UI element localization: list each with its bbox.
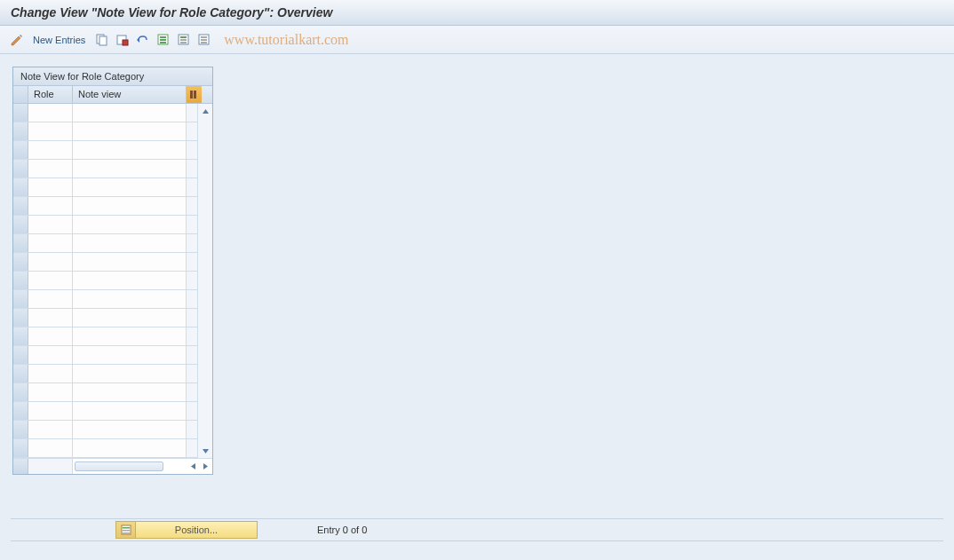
cell-role[interactable] xyxy=(28,104,73,122)
cell-role[interactable] xyxy=(28,290,73,308)
table-row xyxy=(13,421,212,439)
svg-rect-13 xyxy=(201,36,207,38)
cell-note-view[interactable] xyxy=(73,104,187,122)
watermark-text: www.tutorialkart.com xyxy=(224,32,348,48)
row-selector[interactable] xyxy=(13,104,28,122)
cell-note-view[interactable] xyxy=(73,122,187,140)
row-selector[interactable] xyxy=(13,365,28,383)
change-display-icon[interactable] xyxy=(9,32,24,47)
cell-role[interactable] xyxy=(28,160,73,177)
svg-rect-1 xyxy=(99,36,107,45)
cell-note-view[interactable] xyxy=(73,309,187,327)
copy-as-icon[interactable] xyxy=(94,32,109,47)
cell-note-view[interactable] xyxy=(73,290,187,308)
table-settings-icon[interactable] xyxy=(187,86,202,103)
cell-role[interactable] xyxy=(28,197,73,215)
horizontal-scrollbar[interactable] xyxy=(73,459,212,474)
table-row xyxy=(13,104,212,122)
delete-icon[interactable] xyxy=(115,32,130,47)
cell-role[interactable] xyxy=(28,421,73,438)
cell-role[interactable] xyxy=(28,216,73,233)
cell-role[interactable] xyxy=(28,122,73,140)
row-selector[interactable] xyxy=(13,346,28,364)
table-row xyxy=(13,197,212,216)
row-selector[interactable] xyxy=(13,253,28,271)
column-header-role[interactable]: Role xyxy=(28,86,73,103)
cell-role[interactable] xyxy=(28,309,73,327)
cell-note-view[interactable] xyxy=(73,346,187,364)
new-entries-button[interactable]: New Entries xyxy=(29,33,89,47)
position-label: Position... xyxy=(136,525,257,535)
deselect-all-icon[interactable] xyxy=(196,32,211,47)
cell-note-view[interactable] xyxy=(73,216,187,233)
page-title: Change View "Note View for Role Category… xyxy=(0,0,954,26)
cell-note-view[interactable] xyxy=(73,253,187,271)
table-container: Note View for Role Category Role Note vi… xyxy=(12,67,213,475)
scroll-left-icon[interactable] xyxy=(187,461,198,472)
cell-role[interactable] xyxy=(28,383,73,401)
table-row xyxy=(13,365,212,383)
cell-role[interactable] xyxy=(28,439,73,457)
table-row xyxy=(13,122,212,141)
entry-status: Entry 0 of 0 xyxy=(317,525,367,535)
row-selector[interactable] xyxy=(13,178,28,196)
hscroll-thumb[interactable] xyxy=(75,461,163,471)
row-selector[interactable] xyxy=(13,439,28,457)
row-selector[interactable] xyxy=(13,290,28,308)
footer-bar: Position... Entry 0 of 0 xyxy=(11,518,943,541)
svg-rect-11 xyxy=(180,42,187,43)
table-row xyxy=(13,327,212,346)
row-selector[interactable] xyxy=(13,141,28,159)
undo-icon[interactable] xyxy=(135,32,150,47)
row-selector[interactable] xyxy=(13,197,28,215)
vertical-scrollbar[interactable] xyxy=(197,104,212,458)
select-all-icon[interactable] xyxy=(155,32,171,47)
table-row xyxy=(13,160,212,178)
select-block-icon[interactable] xyxy=(176,32,191,47)
row-selector[interactable] xyxy=(13,402,28,420)
cell-note-view[interactable] xyxy=(73,141,187,159)
cell-role[interactable] xyxy=(28,346,73,364)
cell-role[interactable] xyxy=(28,327,73,345)
row-selector[interactable] xyxy=(13,272,28,289)
svg-rect-19 xyxy=(123,527,130,529)
row-selector[interactable] xyxy=(13,383,28,401)
scroll-down-icon[interactable] xyxy=(200,446,211,456)
cell-role[interactable] xyxy=(28,234,73,252)
cell-note-view[interactable] xyxy=(73,197,187,215)
select-all-rows[interactable] xyxy=(13,86,28,103)
row-selector[interactable] xyxy=(13,160,28,177)
svg-rect-7 xyxy=(160,42,166,43)
cell-role[interactable] xyxy=(28,365,73,383)
cell-note-view[interactable] xyxy=(73,421,187,438)
row-selector[interactable] xyxy=(13,122,28,140)
svg-rect-5 xyxy=(160,36,166,38)
cell-role[interactable] xyxy=(28,178,73,196)
scroll-right-icon[interactable] xyxy=(200,461,211,472)
row-selector[interactable] xyxy=(13,216,28,233)
cell-note-view[interactable] xyxy=(73,439,187,457)
column-header-note-view[interactable]: Note view xyxy=(73,86,187,103)
row-selector[interactable] xyxy=(13,234,28,252)
cell-note-view[interactable] xyxy=(73,234,187,252)
cell-note-view[interactable] xyxy=(73,402,187,420)
cell-role[interactable] xyxy=(28,402,73,420)
cell-note-view[interactable] xyxy=(73,365,187,383)
cell-note-view[interactable] xyxy=(73,160,187,177)
svg-rect-14 xyxy=(201,39,207,41)
row-selector[interactable] xyxy=(13,327,28,345)
cell-role[interactable] xyxy=(28,272,73,289)
row-selector[interactable] xyxy=(13,309,28,327)
row-selector[interactable] xyxy=(13,421,28,438)
cell-role[interactable] xyxy=(28,253,73,271)
position-icon xyxy=(116,522,136,538)
position-button[interactable]: Position... xyxy=(115,521,258,539)
cell-note-view[interactable] xyxy=(73,178,187,196)
svg-rect-6 xyxy=(160,39,166,41)
cell-note-view[interactable] xyxy=(73,327,187,345)
cell-note-view[interactable] xyxy=(73,383,187,401)
cell-role[interactable] xyxy=(28,141,73,159)
scroll-up-icon[interactable] xyxy=(200,106,211,116)
cell-note-view[interactable] xyxy=(73,272,187,289)
hscroll-corner xyxy=(13,459,28,474)
